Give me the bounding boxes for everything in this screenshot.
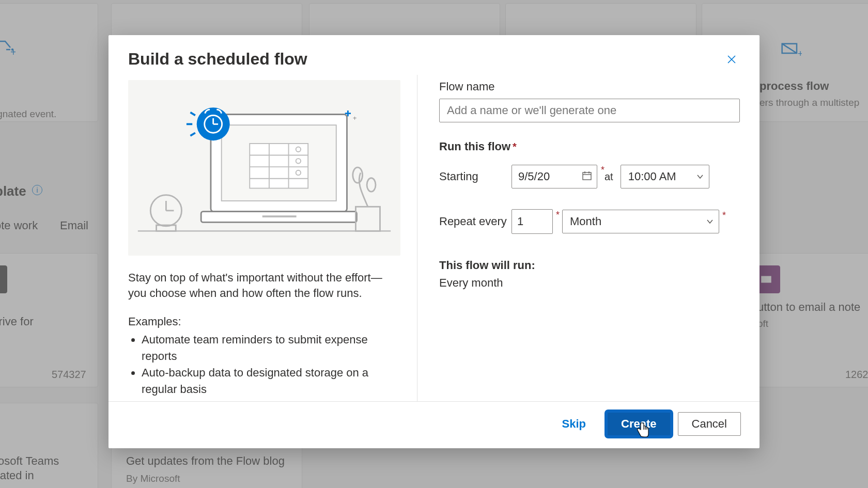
starting-row: Starting 9/5/20 at 10:00 A [439, 165, 740, 188]
svg-point-33 [353, 167, 363, 183]
repeat-unit-value: Month [570, 215, 601, 228]
close-icon [726, 54, 737, 65]
svg-rect-16 [250, 144, 308, 188]
svg-line-31 [190, 113, 195, 116]
flow-name-label: Flow name [439, 80, 740, 93]
svg-text:+: + [353, 114, 357, 122]
required-star-icon: * [513, 141, 517, 152]
starting-label: Starting [439, 170, 512, 183]
chevron-down-icon [706, 215, 714, 228]
svg-rect-15 [262, 215, 297, 217]
chevron-down-icon [696, 170, 704, 183]
modal-overlay: Build a scheduled flow [0, 0, 868, 488]
repeat-count-input[interactable]: 1 [512, 209, 553, 234]
schedule-description: Stay on top of what's important without … [128, 270, 400, 301]
close-button[interactable] [723, 51, 740, 68]
skip-button[interactable]: Skip [548, 412, 600, 436]
flow-name-input[interactable] [439, 99, 740, 122]
svg-point-34 [367, 178, 376, 192]
svg-rect-32 [355, 207, 380, 231]
repeat-unit-select[interactable]: Month [562, 210, 719, 233]
run-this-flow-label: Run this flow* [439, 140, 740, 153]
build-scheduled-flow-modal: Build a scheduled flow [109, 35, 760, 448]
starting-time-select[interactable]: 10:00 AM [621, 165, 709, 188]
repeat-every-label: Repeat every [439, 215, 512, 228]
examples-label: Examples: [128, 315, 400, 328]
modal-left-column: + Stay on top of what's important withou… [128, 75, 417, 401]
at-label: at [605, 171, 613, 183]
cancel-button[interactable]: Cancel [678, 412, 741, 436]
modal-header: Build a scheduled flow [109, 35, 760, 75]
modal-title: Build a scheduled flow [128, 50, 307, 69]
example-item: Automate team reminders to submit expens… [142, 332, 400, 365]
starting-date-value[interactable]: 9/5/20 [512, 165, 597, 188]
run-summary-text: Every month [439, 276, 740, 290]
modal-body: + Stay on top of what's important withou… [109, 75, 760, 401]
repeat-row: Repeat every 1 Month [439, 209, 740, 234]
svg-line-30 [190, 133, 195, 136]
starting-time-value: 10:00 AM [628, 170, 676, 183]
run-this-flow-text: Run this flow [439, 140, 510, 153]
starting-date-field[interactable]: 9/5/20 [512, 165, 597, 188]
example-item: Auto-backup data to designated storage o… [142, 365, 400, 398]
modal-right-column: Flow name Run this flow* Starting 9/5/20 [417, 75, 740, 401]
create-button[interactable]: Create [607, 412, 670, 436]
examples-list: Automate team reminders to submit expens… [128, 332, 400, 398]
modal-footer: Skip Create Cancel [109, 401, 760, 448]
run-summary-title: This flow will run: [439, 259, 740, 272]
schedule-illustration: + [128, 80, 400, 256]
